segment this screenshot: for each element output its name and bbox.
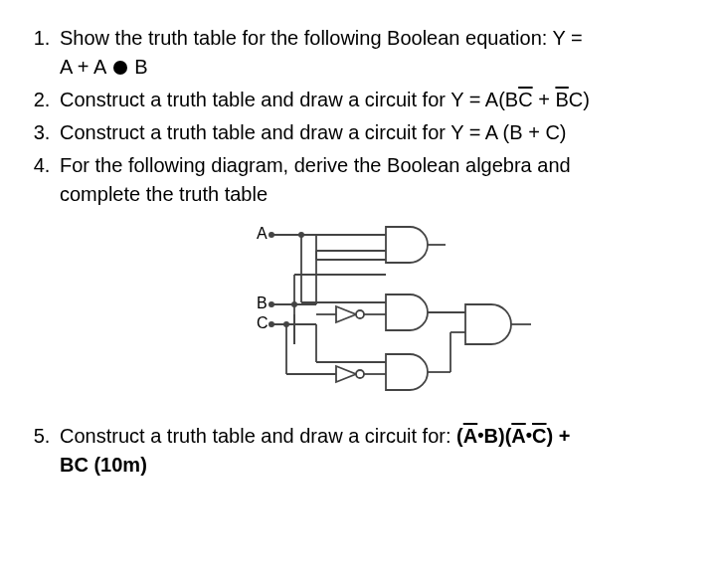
overline-c: C (532, 425, 546, 447)
overline-b: B (555, 89, 568, 110)
question-list: Show the truth table for the following B… (28, 24, 691, 480)
question-5: Construct a truth table and draw a circu… (56, 422, 691, 480)
q1-line1: Show the truth table for the following B… (60, 27, 583, 49)
overline-c: C (518, 89, 532, 110)
logic-circuit-svg: A B C (217, 215, 535, 404)
question-3: Construct a truth table and draw a circu… (56, 118, 691, 147)
svg-point-22 (356, 310, 364, 318)
not-gate-icon (336, 306, 356, 322)
q1-line2: A + A B (60, 53, 691, 82)
and-gate-icon (386, 294, 428, 330)
and-gate-icon (386, 354, 428, 390)
label-C: C (257, 314, 269, 331)
and-gate-icon (386, 227, 428, 263)
svg-point-7 (269, 321, 274, 327)
svg-point-1 (269, 232, 274, 238)
q5-line2: BC (10m) (60, 451, 691, 480)
question-1: Show the truth table for the following B… (56, 24, 691, 82)
question-2: Construct a truth table and draw a circu… (56, 86, 691, 114)
svg-point-28 (356, 370, 364, 378)
question-4: For the following diagram, derive the Bo… (56, 151, 691, 412)
overline-a: A (463, 425, 477, 447)
and-gate-icon (465, 304, 511, 344)
dot-icon: • (526, 425, 532, 445)
q4-line1: For the following diagram, derive the Bo… (60, 154, 571, 176)
svg-point-4 (269, 301, 274, 307)
not-gate-icon (336, 366, 356, 382)
overline-a: A (511, 425, 525, 447)
label-B: B (257, 294, 268, 311)
and-dot-icon (113, 61, 127, 75)
circuit-diagram: A B C (60, 215, 691, 412)
dot-icon: • (477, 425, 483, 445)
label-A: A (257, 225, 268, 242)
q4-line2: complete the truth table (60, 180, 691, 209)
